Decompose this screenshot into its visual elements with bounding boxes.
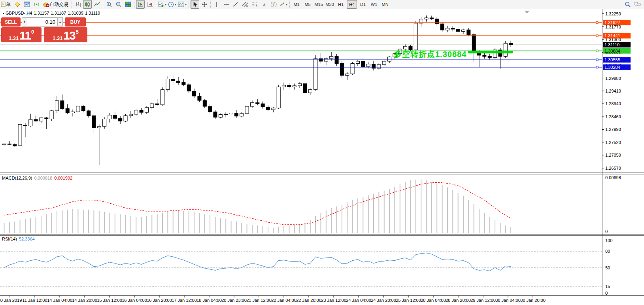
level-handle (596, 66, 598, 68)
new-order-icon (1, 2, 6, 7)
ohlc-high: 1.31187 (51, 11, 66, 15)
timeframe-m1[interactable]: M1 (291, 0, 302, 9)
rsi-name: RSI(14) (2, 237, 17, 241)
autotrading-icon (43, 2, 49, 7)
text-label-button[interactable]: T (269, 0, 278, 9)
crosshair-button[interactable] (200, 0, 209, 9)
buy-price-sup: 5 (76, 29, 79, 35)
svg-text:1.31927: 1.31927 (604, 20, 620, 25)
collapse-icon[interactable]: ▴ (3, 11, 4, 15)
svg-text:15 Jan 12:00: 15 Jan 12:00 (97, 298, 122, 303)
zoom-in-button[interactable] (105, 0, 113, 9)
svg-text:1.29410: 1.29410 (605, 89, 621, 93)
horizontal-line-icon (223, 2, 229, 7)
line-chart-icon (94, 2, 100, 7)
svg-text:20 Jan 23:00: 20 Jan 23:00 (221, 298, 247, 303)
bar-chart-button[interactable] (74, 0, 82, 9)
one-click-trading-panel: SELL ▼ 0.10 ▲ BUY 1.31 11 0 1.31 13 5 (1, 17, 87, 42)
timeframe-m5[interactable]: M5 (302, 0, 313, 9)
chat-icon (634, 2, 641, 8)
trendline-button[interactable] (231, 0, 240, 9)
svg-text:24 Jan 20:00: 24 Jan 20:00 (371, 298, 396, 303)
timeframe-h4[interactable]: H4 (347, 0, 357, 9)
svg-text:10 Jan 2019: 10 Jan 2019 (0, 298, 22, 303)
ohlc-open: 1.31157 (34, 11, 49, 15)
text-icon: A (262, 2, 267, 7)
symbol-info: ▴GBPUSD-,H41.311571.311871.310391.31110 (3, 11, 102, 15)
svg-text:1.27990: 1.27990 (605, 127, 621, 132)
sell-button[interactable]: SELL (1, 17, 21, 27)
ohlc-low: 1.31039 (68, 11, 83, 15)
svg-text:F: F (256, 5, 257, 8)
horizontal-line-button[interactable] (222, 0, 230, 9)
new-chart-button[interactable] (23, 0, 31, 9)
timeframe-mn[interactable]: MN (380, 0, 390, 9)
svg-text:1.27050: 1.27050 (605, 153, 621, 157)
timeframe-h1[interactable]: H1 (336, 0, 346, 9)
arrows-button[interactable]: ▾ (279, 0, 288, 9)
cursor-button[interactable] (191, 0, 199, 9)
svg-text:30 Jan 20:00: 30 Jan 20:00 (520, 298, 546, 303)
svg-text:11 Jan 12:00: 11 Jan 12:00 (23, 298, 47, 303)
new-order-button[interactable]: 单 (0, 0, 12, 9)
timeframe-w1[interactable]: W1 (369, 0, 379, 9)
volume-increase-button[interactable]: ▲ (57, 17, 63, 27)
svg-text:22 Jan 04:00: 22 Jan 04:00 (271, 298, 297, 303)
svg-text:50: 50 (605, 265, 610, 270)
svg-text:17 Jan 12:00: 17 Jan 12:00 (172, 298, 197, 303)
market-watch-button[interactable] (13, 0, 22, 9)
signals-button[interactable] (32, 0, 41, 9)
svg-text:1.28460: 1.28460 (605, 114, 621, 119)
svg-text:100: 100 (605, 238, 612, 243)
svg-text:22 Jan 20:00: 22 Jan 20:00 (296, 298, 321, 303)
timeframe-m30[interactable]: M30 (325, 0, 335, 9)
svg-text:23 Jan 12:00: 23 Jan 12:00 (321, 298, 346, 303)
fibonacci-icon: F (251, 2, 258, 7)
rsi-indicator-label: RSI(14)52.3364 (2, 237, 35, 241)
autotrading-button[interactable]: 自动交易 (42, 0, 70, 9)
svg-text:A: A (263, 2, 266, 7)
svg-text:0.00698: 0.00698 (605, 175, 621, 180)
svg-text:28 Jan 20:00: 28 Jan 20:00 (446, 298, 471, 303)
search-button[interactable] (623, 0, 632, 9)
zoom-out-button[interactable] (114, 0, 123, 9)
triangle-up-icon: ▲ (59, 21, 62, 23)
chart-shift-button[interactable] (145, 0, 154, 9)
volume-input[interactable]: 0.10 (27, 17, 57, 27)
new-chart-icon (24, 2, 30, 7)
sell-price-display[interactable]: 1.31 11 0 (1, 27, 42, 42)
line-chart-button[interactable] (93, 0, 101, 9)
svg-text:14 Jan 04:00: 14 Jan 04:00 (47, 298, 72, 303)
candlestick-chart-icon (85, 2, 90, 7)
tile-windows-button[interactable] (124, 0, 132, 9)
new-order-label: 单 (6, 1, 11, 8)
equidistant-channel-button[interactable]: E (241, 0, 249, 9)
equidistant-channel-icon: E (242, 2, 248, 7)
symbol-title: GBPUSD-,H4 (6, 11, 32, 15)
timeframe-d1[interactable]: D1 (358, 0, 368, 9)
chart-shift-icon (147, 2, 153, 7)
svg-text:1.26570: 1.26570 (605, 166, 621, 170)
chart-area[interactable]: 1.322501.317701.313001.308301.303601.298… (0, 9, 644, 305)
indicators-caret-icon: ▾ (165, 3, 166, 6)
triangle-down-icon: ▼ (23, 21, 26, 23)
text-button[interactable]: A (260, 0, 268, 9)
chart-text-annotation[interactable]: 多空转折点1.30884 (394, 49, 466, 60)
buy-button[interactable]: BUY (65, 17, 86, 27)
periods-button[interactable]: ▾ (168, 0, 177, 9)
arrows-caret-icon: ▾ (286, 3, 287, 6)
svg-text:18 Jan 04:00: 18 Jan 04:00 (196, 298, 222, 303)
volume-decrease-button[interactable]: ▼ (22, 17, 27, 27)
fibonacci-button[interactable]: F (250, 0, 259, 9)
candlestick-chart-button[interactable] (83, 0, 92, 9)
templates-button[interactable]: ▾ (178, 0, 187, 9)
zoom-in-icon (106, 2, 112, 8)
crosshair-icon (202, 2, 207, 7)
chat-button[interactable] (633, 0, 642, 9)
vertical-line-button[interactable] (212, 0, 221, 9)
svg-text:80: 80 (605, 249, 610, 254)
indicators-button[interactable]: ▾ (158, 0, 167, 9)
autoscroll-button[interactable] (136, 0, 145, 9)
timeframe-m15[interactable]: M15 (314, 0, 324, 9)
buy-price-display[interactable]: 1.31 13 5 (44, 27, 87, 42)
